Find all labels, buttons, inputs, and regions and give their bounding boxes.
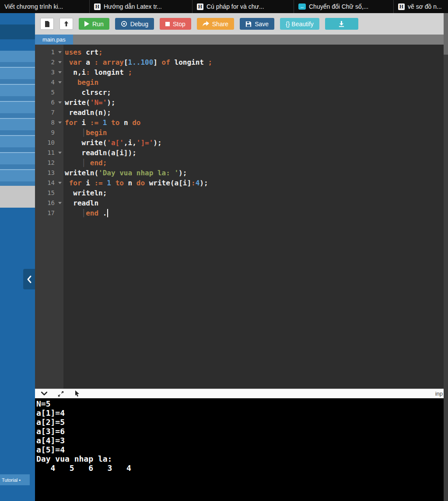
console-line: a[2]=5 bbox=[36, 418, 444, 427]
fold-marker[interactable] bbox=[58, 51, 62, 53]
line-number[interactable]: 10 bbox=[35, 138, 63, 148]
line-number[interactable]: 1 bbox=[35, 47, 63, 57]
chevron-down-icon bbox=[41, 392, 47, 396]
ide-toolbar: Run Debug Stop Share Save {} Beautify bbox=[35, 13, 444, 35]
console-line: a[5]=4 bbox=[36, 445, 444, 454]
console-toolbar: inp bbox=[35, 389, 444, 398]
pointer-icon bbox=[74, 390, 80, 397]
code-line: writeln('Day vua nhap la: '); bbox=[65, 168, 444, 178]
tutorial-link[interactable]: Tutorial • bbox=[0, 474, 30, 485]
fold-marker[interactable] bbox=[58, 122, 62, 124]
fold-marker[interactable] bbox=[58, 101, 62, 104]
code-line: write('a[',i,']='); bbox=[65, 138, 444, 148]
expand-console-button[interactable] bbox=[58, 391, 64, 397]
fold-marker[interactable] bbox=[58, 182, 62, 184]
code-line: var a : array[1..100] of longint ; bbox=[65, 57, 444, 67]
line-number[interactable]: 14 bbox=[35, 178, 63, 188]
editor-code[interactable]: uses crt; var a : array[1..100] of longi… bbox=[63, 45, 444, 389]
line-number[interactable]: 8 bbox=[35, 118, 63, 128]
line-number[interactable]: 13 bbox=[35, 168, 63, 178]
expand-icon bbox=[58, 391, 64, 397]
console-line: a[1]=4 bbox=[36, 408, 444, 418]
browser-tab-1[interactable]: Viết chương trình ki... bbox=[0, 0, 90, 13]
line-number[interactable]: 17 bbox=[35, 208, 63, 218]
line-number[interactable]: 5 bbox=[35, 87, 63, 97]
console-line: a[3]=6 bbox=[36, 427, 444, 436]
debug-icon bbox=[121, 21, 127, 27]
line-number[interactable]: 12 bbox=[35, 158, 63, 168]
share-label: Share bbox=[212, 21, 228, 28]
console-line: a[4]=3 bbox=[36, 436, 444, 445]
left-sidebar: Tutorial • bbox=[0, 13, 35, 501]
code-line: uses crt; bbox=[65, 47, 444, 57]
page-scrollbar[interactable] bbox=[444, 13, 448, 501]
run-label: Run bbox=[92, 21, 104, 28]
line-number[interactable]: 11 bbox=[35, 148, 63, 158]
sidebar-band-gray bbox=[0, 186, 35, 208]
code-line: clrscr; bbox=[65, 87, 444, 97]
file-icon bbox=[44, 21, 50, 28]
console-output[interactable]: N=5a[1]=4a[2]=5a[3]=6a[4]=3a[5]=4Day vua… bbox=[35, 398, 444, 501]
debug-button[interactable]: Debug bbox=[115, 18, 154, 30]
console-line: 4 5 6 3 4 bbox=[36, 463, 444, 473]
fold-marker[interactable] bbox=[58, 61, 62, 63]
fold-marker[interactable] bbox=[58, 152, 62, 154]
download-button[interactable] bbox=[325, 18, 358, 30]
browser-tab-2[interactable]: H Hướng dẫn Latex tr... bbox=[90, 0, 192, 13]
code-line: │ end; bbox=[65, 158, 444, 168]
console-line: Day vua nhap la: bbox=[36, 454, 444, 463]
line-number[interactable]: 9 bbox=[35, 128, 63, 138]
editor-gutter[interactable]: 1234567891011121314151617 bbox=[35, 45, 63, 389]
code-line: readln(n); bbox=[65, 108, 444, 118]
share-button[interactable]: Share bbox=[197, 18, 234, 30]
h-logo-icon: H bbox=[398, 3, 405, 10]
line-number[interactable]: 2 bbox=[35, 57, 63, 67]
file-tab-main-pas[interactable]: main.pas bbox=[35, 35, 73, 45]
fold-marker[interactable] bbox=[58, 81, 62, 84]
collapse-console-button[interactable] bbox=[41, 392, 47, 396]
browser-tab-title: Cú pháp for và chư... bbox=[206, 3, 264, 10]
upload-button[interactable] bbox=[60, 18, 73, 30]
browser-tab-title: Viết chương trình ki... bbox=[4, 3, 63, 10]
browser-tab-3[interactable]: H Cú pháp for và chư... bbox=[192, 0, 294, 13]
line-number[interactable]: 15 bbox=[35, 188, 63, 198]
browser-tab-title: vẽ sơ đồ n... bbox=[408, 3, 442, 10]
beautify-button[interactable]: {} Beautify bbox=[280, 18, 319, 30]
chevron-left-icon bbox=[26, 275, 32, 284]
line-number[interactable]: 6 bbox=[35, 97, 63, 108]
browser-tab-5[interactable]: H vẽ sơ đồ n... bbox=[394, 0, 448, 13]
code-editor[interactable]: 1234567891011121314151617 uses crt; var … bbox=[35, 45, 444, 389]
share-icon bbox=[203, 21, 209, 27]
save-button[interactable]: Save bbox=[240, 18, 274, 30]
browser-tab-bar: Viết chương trình ki... H Hướng dẫn Late… bbox=[0, 0, 448, 13]
code-line: │end . bbox=[65, 208, 444, 218]
sidebar-ad-stripes bbox=[0, 51, 35, 186]
file-tab-label: main.pas bbox=[42, 36, 66, 43]
play-icon bbox=[84, 21, 89, 27]
arrow-up-icon bbox=[63, 21, 70, 27]
h-logo-icon: H bbox=[94, 3, 101, 10]
collapse-sidebar-button[interactable] bbox=[23, 269, 35, 289]
fold-marker[interactable] bbox=[58, 71, 62, 73]
line-number[interactable]: 7 bbox=[35, 108, 63, 118]
swap-arrows-icon: ↔ bbox=[298, 3, 306, 10]
code-line: write('N='); bbox=[65, 97, 444, 108]
browser-tab-title: Chuyển đổi Chữ số,... bbox=[309, 3, 368, 10]
line-number[interactable]: 16 bbox=[35, 198, 63, 208]
stop-button[interactable]: Stop bbox=[160, 18, 191, 30]
line-number[interactable]: 4 bbox=[35, 77, 63, 87]
code-line: │begin bbox=[65, 128, 444, 138]
new-file-button[interactable] bbox=[40, 18, 54, 30]
pointer-tool-button[interactable] bbox=[74, 390, 80, 397]
save-label: Save bbox=[255, 21, 269, 28]
scrollbar-thumb[interactable] bbox=[444, 13, 448, 55]
run-button[interactable]: Run bbox=[79, 18, 109, 30]
browser-tab-4[interactable]: ↔ Chuyển đổi Chữ số,... bbox=[294, 0, 394, 13]
console-line: N=5 bbox=[36, 399, 444, 408]
fold-marker[interactable] bbox=[58, 202, 62, 204]
save-icon bbox=[245, 21, 252, 27]
code-line: for i := 1 to n do bbox=[65, 118, 444, 128]
text-cursor bbox=[107, 209, 108, 217]
line-number[interactable]: 3 bbox=[35, 67, 63, 77]
debug-label: Debug bbox=[130, 21, 148, 28]
